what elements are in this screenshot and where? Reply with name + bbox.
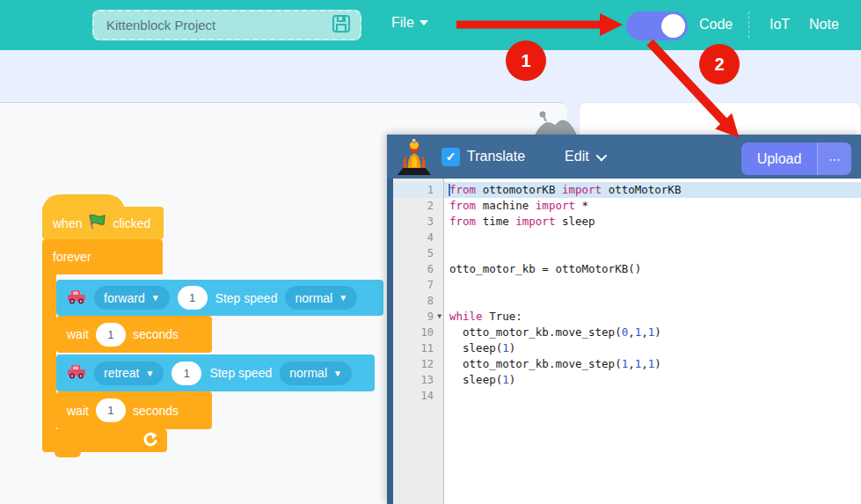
dropdown-arrow-icon: ▼: [145, 369, 154, 378]
nav-note[interactable]: Note: [809, 17, 839, 33]
step-2-badge: 2: [699, 44, 740, 84]
header-divider: [748, 11, 749, 38]
step-speed-label: Step speed: [209, 366, 272, 380]
code-line[interactable]: otto_motor_kb = ottoMotorKB(): [444, 261, 861, 277]
otto-robot-logo: [397, 137, 432, 180]
dropdown-arrow-icon: ▼: [151, 293, 160, 303]
more-options-button[interactable]: ⋯: [817, 142, 851, 175]
direction-dropdown[interactable]: forward ▼: [94, 286, 170, 310]
seconds-label: seconds: [133, 404, 179, 418]
chevron-down-icon: [420, 20, 428, 26]
upload-button-group: Upload ⋯: [741, 142, 851, 175]
car-icon: [67, 364, 86, 382]
car-icon: [67, 289, 86, 307]
code-line[interactable]: from ottomotorKB import ottoMotorKB: [444, 182, 861, 198]
toggle-knob: [661, 14, 685, 38]
line-number: 6: [393, 261, 443, 277]
steps-input[interactable]: 1: [171, 362, 201, 385]
forever-block-bottom: [42, 429, 167, 452]
edit-menu[interactable]: Edit: [565, 149, 604, 164]
flag-icon: [88, 214, 106, 232]
steps-input[interactable]: 1: [178, 286, 208, 310]
when-flag-clicked-block[interactable]: when clicked: [42, 207, 164, 239]
line-number: 7: [393, 277, 443, 293]
wait-block[interactable]: wait 1 seconds: [56, 316, 212, 353]
fold-marker-icon[interactable]: ▼: [437, 309, 441, 325]
direction-value: retreat: [104, 366, 139, 380]
code-line[interactable]: from time import sleep: [444, 214, 861, 230]
speed-value: normal: [289, 366, 327, 380]
wait-value-input[interactable]: 1: [96, 398, 126, 422]
nav-iot[interactable]: IoT: [770, 17, 790, 33]
code-lines: from ottomotorKB import ottoMotorKBfrom …: [444, 179, 861, 504]
edit-menu-label: Edit: [565, 149, 589, 164]
speed-dropdown[interactable]: normal ▼: [280, 362, 352, 385]
line-number: 11: [393, 340, 443, 356]
direction-dropdown[interactable]: retreat ▼: [94, 362, 164, 385]
motor-step-block-forward[interactable]: forward ▼ 1 Step speed normal ▼: [56, 280, 383, 316]
forever-block-arm: [42, 274, 56, 429]
code-mode-toggle[interactable]: [626, 11, 688, 40]
code-line[interactable]: while True:: [444, 309, 861, 325]
step-speed-label: Step speed: [215, 291, 278, 305]
line-number: 3: [393, 214, 443, 230]
line-number: 13: [393, 372, 443, 388]
project-title-text: Kittenblock Project: [106, 18, 332, 33]
line-number: 1: [393, 182, 443, 198]
text-caret: [449, 184, 450, 196]
translate-checkbox[interactable]: ✓: [441, 148, 460, 166]
code-line[interactable]: sleep(1): [444, 372, 861, 388]
code-line[interactable]: [444, 388, 861, 404]
wait-value-input[interactable]: 1: [96, 323, 126, 347]
seconds-label: seconds: [133, 327, 179, 341]
code-editor[interactable]: 123456789▼1011121314 from ottomotorKB im…: [393, 179, 861, 504]
step-1-badge: 1: [506, 40, 546, 81]
speed-value: normal: [295, 291, 332, 305]
code-line[interactable]: sleep(1): [444, 340, 861, 356]
code-line[interactable]: otto_motor_kb.move_step(1,1,1): [444, 356, 861, 372]
motor-step-block-retreat[interactable]: retreat ▼ 1 Step speed normal ▼: [56, 354, 375, 391]
dropdown-arrow-icon: ▼: [333, 369, 342, 378]
code-line[interactable]: otto_motor_kb.move_step(0,1,1): [444, 325, 861, 340]
speed-dropdown[interactable]: normal ▼: [285, 286, 357, 310]
line-number: 2: [393, 198, 443, 214]
wait-block[interactable]: wait 1 seconds: [56, 391, 212, 429]
dropdown-arrow-icon: ▼: [339, 293, 347, 303]
loop-arrow-icon: [142, 432, 158, 449]
project-title-input[interactable]: Kittenblock Project: [92, 10, 361, 40]
line-number: 8: [393, 293, 443, 309]
wait-label: wait: [67, 404, 89, 418]
code-panel-header: ✓ Translate Edit Upload ⋯: [387, 135, 861, 179]
line-number: 4: [393, 230, 443, 245]
code-editor-panel: ✓ Translate Edit Upload ⋯ 123456789▼1011…: [387, 135, 861, 504]
wait-label: wait: [67, 327, 89, 341]
panel-left-border: [387, 135, 393, 504]
upload-button[interactable]: Upload: [741, 142, 817, 175]
save-icon[interactable]: [332, 14, 351, 37]
line-number: 9▼: [393, 309, 443, 325]
forever-label: forever: [53, 250, 91, 264]
chevron-down-icon: [595, 150, 607, 161]
code-line[interactable]: [444, 293, 861, 309]
line-number: 10: [393, 325, 443, 340]
clicked-label: clicked: [113, 216, 150, 230]
file-menu[interactable]: File: [391, 15, 428, 31]
code-line[interactable]: [444, 277, 861, 293]
gutter: 123456789▼1011121314: [393, 179, 444, 504]
code-mode-label: Code: [699, 17, 733, 33]
line-number: 14: [393, 388, 443, 404]
forever-block[interactable]: forever: [42, 239, 163, 274]
line-number: 5: [393, 245, 443, 261]
file-menu-label: File: [391, 15, 414, 31]
code-line[interactable]: [444, 230, 861, 245]
line-number: 12: [393, 356, 443, 372]
code-line[interactable]: [444, 245, 861, 261]
app-header: Kittenblock Project File Code IoT Note: [0, 0, 861, 50]
direction-value: forward: [104, 291, 145, 305]
translate-label: Translate: [467, 149, 525, 164]
when-label: when: [53, 216, 82, 230]
code-line[interactable]: from machine import *: [444, 198, 861, 214]
